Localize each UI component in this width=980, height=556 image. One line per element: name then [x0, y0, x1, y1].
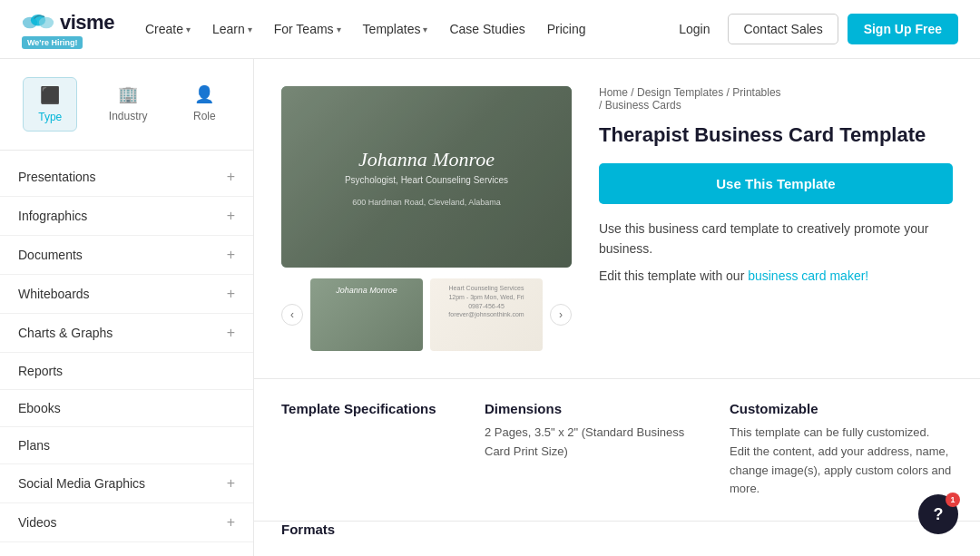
- help-bubble[interactable]: ? 1: [918, 494, 958, 534]
- nav-right: Login Contact Sales Sign Up Free: [670, 14, 958, 44]
- nav-case-studies[interactable]: Case Studies: [440, 15, 534, 44]
- breadcrumb-printables[interactable]: Printables: [732, 86, 780, 99]
- header: visme We're Hiring! Create ▾ Learn ▾ For…: [0, 0, 980, 59]
- presentations-expand-icon: +: [227, 169, 235, 185]
- breadcrumb-business-cards[interactable]: Business Cards: [605, 99, 681, 112]
- logo-area: visme We're Hiring!: [22, 10, 114, 49]
- prev-thumb-button[interactable]: ‹: [281, 304, 303, 326]
- business-card-maker-link[interactable]: business card maker!: [748, 268, 868, 283]
- template-description-2: Edit this template with our business car…: [599, 266, 953, 286]
- svg-point-2: [39, 16, 54, 28]
- sidebar-item-social-media[interactable]: Social Media Graphics +: [0, 464, 253, 503]
- sidebar-item-charts-graphs[interactable]: Charts & Graphs +: [0, 314, 253, 353]
- thumb-info-2: Heart Counseling Services12pm - 3pm Mon,…: [430, 278, 543, 325]
- template-description-1: Use this business card template to creat…: [599, 219, 953, 259]
- template-main-image: Johanna Monroe Psychologist, Heart Couns…: [281, 86, 572, 268]
- content-area: Johanna Monroe Psychologist, Heart Couns…: [254, 59, 980, 556]
- thumbnail-2[interactable]: Heart Counseling Services12pm - 3pm Mon,…: [430, 278, 543, 351]
- whiteboards-expand-icon: +: [227, 286, 235, 302]
- for-teams-chevron-icon: ▾: [337, 24, 341, 34]
- nav-pricing[interactable]: Pricing: [538, 15, 595, 44]
- customizable-col: Customizable This template can be fully …: [730, 401, 953, 499]
- help-badge: 1: [946, 493, 960, 507]
- charts-expand-icon: +: [227, 325, 235, 341]
- sidebar-item-whiteboards[interactable]: Whiteboards +: [0, 275, 253, 314]
- sidebar-item-infographics[interactable]: Infographics +: [0, 197, 253, 236]
- sidebar-item-plans[interactable]: Plans: [0, 427, 253, 464]
- nav-for-teams[interactable]: For Teams ▾: [265, 15, 350, 44]
- customizable-text: This template can be fully customized. E…: [730, 424, 953, 499]
- breadcrumb-home[interactable]: Home: [599, 86, 628, 99]
- dimensions-text: 2 Pages, 3.5" x 2" (Standard Business Ca…: [485, 424, 708, 462]
- template-thumbnails: ‹ Johanna Monroe Heart Counseling Servic…: [281, 278, 572, 351]
- logo-bird-icon: [22, 10, 54, 35]
- main-nav: Create ▾ Learn ▾ For Teams ▾ Templates ▾…: [136, 15, 670, 44]
- help-symbol: ?: [934, 505, 944, 524]
- filter-tab-type[interactable]: ⬛ Type: [23, 77, 77, 132]
- template-detail: Johanna Monroe Psychologist, Heart Couns…: [254, 59, 980, 378]
- documents-expand-icon: +: [227, 247, 235, 263]
- type-icon: ⬛: [40, 85, 60, 105]
- dimensions-col: Dimensions 2 Pages, 3.5" x 2" (Standard …: [485, 401, 708, 499]
- thumb-name-1: Johanna Monroe: [310, 286, 423, 295]
- thumbnail-1[interactable]: Johanna Monroe: [310, 278, 423, 351]
- role-icon: 👤: [194, 84, 214, 104]
- card-title: Psychologist, Heart Counseling Services: [345, 175, 508, 185]
- social-expand-icon: +: [227, 475, 235, 492]
- formats-section: Formats: [254, 521, 980, 556]
- sidebar-item-videos[interactable]: Videos +: [0, 503, 253, 542]
- nav-learn[interactable]: Learn ▾: [203, 15, 261, 44]
- sidebar-item-documents[interactable]: Documents +: [0, 236, 253, 275]
- card-address: 600 Hardman Road, Cleveland, Alabama: [352, 198, 501, 207]
- dimensions-heading: Dimensions: [485, 401, 708, 416]
- breadcrumb-design-templates[interactable]: Design Templates: [637, 86, 723, 99]
- sidebar-item-presentations[interactable]: Presentations +: [0, 158, 253, 197]
- hiring-badge: We're Hiring!: [22, 36, 83, 49]
- specs-label-col: Template Specifications: [281, 401, 463, 499]
- template-title: Therapist Business Card Template: [599, 122, 953, 149]
- use-template-button[interactable]: Use This Template: [599, 163, 953, 204]
- sidebar: ⬛ Type 🏢 Industry 👤 Role Presentations +…: [0, 59, 254, 556]
- create-chevron-icon: ▾: [186, 24, 191, 34]
- nav-templates[interactable]: Templates ▾: [354, 15, 437, 44]
- logo[interactable]: visme: [22, 10, 114, 35]
- specs-label: Template Specifications: [281, 401, 436, 416]
- industry-icon: 🏢: [118, 84, 138, 104]
- template-main-image-inner: Johanna Monroe Psychologist, Heart Couns…: [281, 86, 572, 268]
- main-content: ⬛ Type 🏢 Industry 👤 Role Presentations +…: [0, 59, 980, 556]
- sidebar-item-reports[interactable]: Reports: [0, 353, 253, 390]
- next-thumb-button[interactable]: ›: [550, 304, 572, 326]
- sidebar-item-ebooks[interactable]: Ebooks: [0, 390, 253, 427]
- login-button[interactable]: Login: [670, 15, 719, 44]
- logo-text: visme: [60, 11, 114, 34]
- infographics-expand-icon: +: [227, 208, 235, 224]
- template-info: Home / Design Templates / Printables / B…: [599, 86, 953, 351]
- breadcrumb: Home / Design Templates / Printables / B…: [599, 86, 953, 112]
- card-name: Johanna Monroe: [358, 148, 495, 171]
- specs-section: Template Specifications Dimensions 2 Pag…: [254, 378, 980, 521]
- template-images: Johanna Monroe Psychologist, Heart Couns…: [281, 86, 572, 351]
- filter-tabs: ⬛ Type 🏢 Industry 👤 Role: [0, 77, 253, 151]
- filter-tab-role[interactable]: 👤 Role: [179, 77, 230, 132]
- learn-chevron-icon: ▾: [248, 24, 252, 34]
- videos-expand-icon: +: [227, 514, 235, 531]
- templates-chevron-icon: ▾: [423, 24, 427, 34]
- contact-sales-button[interactable]: Contact Sales: [728, 14, 838, 44]
- nav-create[interactable]: Create ▾: [136, 15, 200, 44]
- filter-tab-industry[interactable]: 🏢 Industry: [94, 77, 162, 132]
- customizable-heading: Customizable: [730, 401, 953, 416]
- signup-button[interactable]: Sign Up Free: [848, 14, 958, 44]
- formats-label: Formats: [281, 503, 335, 537]
